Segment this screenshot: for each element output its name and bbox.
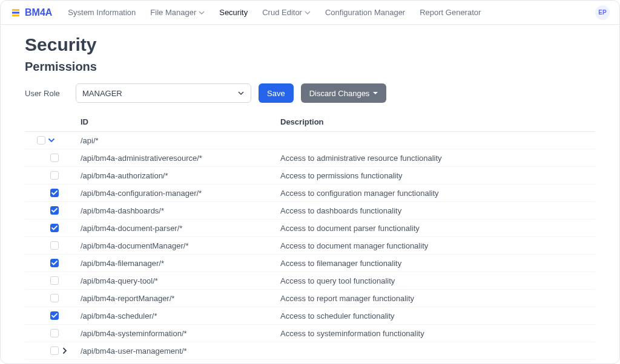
permission-desc: Access to scheduler functionality	[273, 311, 595, 320]
nav-item-crud-editor[interactable]: Crud Editor	[256, 4, 317, 21]
save-button[interactable]: Save	[259, 83, 294, 103]
role-select[interactable]: MANAGER	[76, 83, 251, 103]
permissions-table: ID Description /api/*/api/bm4a-administr…	[25, 112, 595, 363]
column-header-id: ID	[73, 117, 273, 126]
permission-desc: Access to report manager functionality	[273, 294, 595, 303]
permission-id: /api/bm4a-query-tool/*	[73, 276, 273, 285]
permission-checkbox[interactable]	[50, 224, 59, 232]
table-row: /api/bm4a-administrativeresource/*Access…	[25, 149, 595, 167]
permission-checkbox[interactable]	[50, 294, 59, 302]
avatar[interactable]: EP	[595, 5, 610, 20]
discard-button[interactable]: Discard Changes	[301, 83, 387, 103]
permission-id: /api/bm4a-document-parser/*	[73, 224, 273, 233]
topbar: BM4A System InformationFile ManagerSecur…	[1, 1, 619, 25]
caret-down-icon	[373, 91, 378, 96]
permission-id: /api/bm4a-user-management/*	[73, 346, 273, 356]
permission-id: /api/*	[73, 136, 273, 145]
main-content: Security Permissions User Role MANAGER S…	[1, 25, 619, 363]
permission-checkbox[interactable]	[50, 346, 59, 355]
permission-id: /api/bm4a-administrativeresource/*	[73, 154, 273, 163]
chevron-right-icon[interactable]	[61, 347, 68, 354]
permission-id: /api/bm4a-authorization/*	[73, 171, 273, 180]
table-row: /api/bm4a-filemanager/*Access to fileman…	[25, 255, 595, 272]
nav-item-system-information[interactable]: System Information	[62, 4, 142, 21]
table-row: /api/*	[25, 132, 595, 149]
table-row: /api/bm4a-query-tool/*Access to query to…	[25, 272, 595, 290]
table-row: /api/bm4a-scheduler/*Access to scheduler…	[25, 307, 595, 325]
section-title: Permissions	[25, 60, 595, 74]
permission-desc: Access to configuration manager function…	[273, 189, 595, 198]
brand-icon	[10, 7, 21, 18]
permission-checkbox[interactable]	[50, 259, 59, 267]
permission-desc: Access to administrative resource functi…	[273, 154, 595, 163]
nav-item-label: Crud Editor	[262, 8, 302, 17]
table-row: /api/example-crud/*Access to example app…	[25, 360, 595, 363]
chevron-down-icon	[199, 10, 205, 16]
brand-logo[interactable]: BM4A	[10, 7, 52, 18]
permission-checkbox[interactable]	[50, 171, 59, 180]
permission-desc: Access to document parser functionality	[273, 224, 595, 233]
column-header-desc: Description	[273, 117, 595, 126]
page-title: Security	[25, 34, 595, 55]
permission-desc: Access to permissions functionality	[273, 171, 595, 180]
nav-item-configuration-manager[interactable]: Configuration Manager	[319, 4, 411, 21]
permission-checkbox[interactable]	[50, 189, 59, 197]
chevron-down-icon	[305, 10, 311, 16]
table-header: ID Description	[25, 112, 595, 132]
nav-item-report-generator[interactable]: Report Generator	[414, 4, 487, 21]
permission-id: /api/bm4a-reportManager/*	[73, 294, 273, 303]
nav-item-file-manager[interactable]: File Manager	[144, 4, 211, 21]
permission-checkbox[interactable]	[50, 241, 59, 250]
permission-checkbox[interactable]	[50, 206, 59, 215]
table-row: /api/bm4a-systeminformation/*Access to s…	[25, 325, 595, 342]
brand-name: BM4A	[25, 7, 52, 18]
nav-item-label: Report Generator	[420, 8, 481, 17]
table-row: /api/bm4a-document-parser/*Access to doc…	[25, 219, 595, 237]
discard-button-label: Discard Changes	[309, 89, 370, 98]
chevron-down-icon[interactable]	[48, 137, 55, 144]
nav-item-label: Configuration Manager	[325, 8, 405, 17]
permission-desc: Access to dashboards functionality	[273, 206, 595, 215]
permission-checkbox[interactable]	[50, 311, 59, 320]
permission-checkbox[interactable]	[50, 154, 59, 162]
table-row: /api/bm4a-reportManager/*Access to repor…	[25, 290, 595, 307]
permission-desc: Access to document manager functionality	[273, 241, 595, 250]
permission-desc: Access to filemanager functionality	[273, 259, 595, 268]
table-row: /api/bm4a-documentManager/*Access to doc…	[25, 237, 595, 255]
permission-checkbox[interactable]	[50, 329, 59, 337]
permission-desc: Access to query tool functionality	[273, 276, 595, 285]
permission-checkbox[interactable]	[37, 136, 45, 145]
role-label: User Role	[25, 89, 68, 98]
permission-id: /api/bm4a-configuration-manager/*	[73, 189, 273, 198]
permission-checkbox[interactable]	[50, 276, 59, 285]
permission-id: /api/bm4a-systeminformation/*	[73, 329, 273, 338]
table-row: /api/bm4a-configuration-manager/*Access …	[25, 184, 595, 202]
permission-id: /api/bm4a-filemanager/*	[73, 259, 273, 268]
controls-row: User Role MANAGER Save Discard Changes	[25, 83, 595, 103]
nav-item-label: File Manager	[150, 8, 196, 17]
nav-item-label: Security	[219, 8, 248, 17]
nav-item-security[interactable]: Security	[213, 4, 254, 21]
nav-item-label: System Information	[68, 8, 136, 17]
permission-id: /api/bm4a-dashboards/*	[73, 206, 273, 215]
permission-desc: Access to systeminformation functionalit…	[273, 329, 595, 338]
chevron-down-icon	[237, 89, 245, 97]
role-select-value: MANAGER	[82, 89, 122, 98]
table-row: /api/bm4a-dashboards/*Access to dashboar…	[25, 202, 595, 219]
permission-id: /api/bm4a-documentManager/*	[73, 241, 273, 250]
table-row: /api/bm4a-user-management/*	[25, 342, 595, 360]
table-row: /api/bm4a-authorization/*Access to permi…	[25, 167, 595, 184]
permission-id: /api/bm4a-scheduler/*	[73, 311, 273, 320]
